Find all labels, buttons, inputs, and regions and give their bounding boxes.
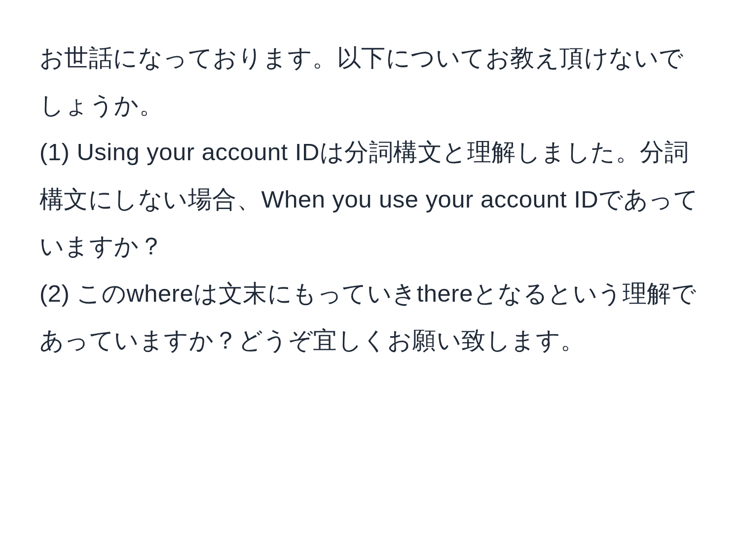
question-2: (2) このwhereは文末にもっていきthereとなるという理解であっています… bbox=[39, 270, 701, 364]
document-body: お世話になっております。以下についてお教え頂けないでしょうか。 (1) Usin… bbox=[39, 35, 701, 364]
greeting-text: お世話になっております。以下についてお教え頂けないでしょうか。 bbox=[39, 35, 701, 129]
question-1: (1) Using your account IDは分詞構文と理解しました。分詞… bbox=[39, 129, 701, 270]
